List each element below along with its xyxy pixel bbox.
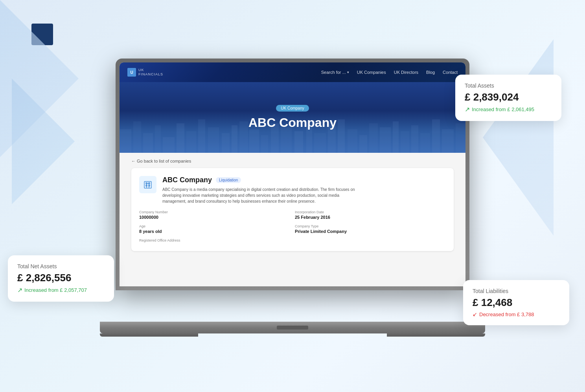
background-triangle-right: [483, 39, 554, 236]
logo-icon: U: [127, 68, 136, 77]
incorporation-date-item: Incorporation Date 25 February 2016: [295, 210, 446, 220]
company-type-label: Company Type: [295, 224, 446, 228]
total-liabilities-card: Total Liabilities £ 12,468 ↙ Decreased f…: [463, 280, 569, 325]
address-label: Registered Office Address: [139, 238, 290, 242]
svg-rect-3: [155, 125, 161, 153]
incorporation-date-label: Incorporation Date: [295, 210, 446, 214]
svg-rect-0: [120, 129, 131, 153]
navbar: U UK FINANCIALS Search for ... UK Compan…: [120, 62, 465, 82]
building-icon: [143, 180, 153, 189]
screen-content: U UK FINANCIALS Search for ... UK Compan…: [120, 62, 465, 286]
total-assets-title: Total Assets: [465, 82, 552, 89]
svg-rect-30: [442, 129, 454, 153]
svg-rect-9: [222, 133, 230, 153]
net-assets-value: £ 2,826,556: [17, 272, 105, 284]
logo-text: UK FINANCIALS: [138, 68, 163, 77]
nav-uk-companies[interactable]: UK Companies: [357, 70, 386, 75]
total-liabilities-title: Total Liabilities: [473, 288, 560, 294]
company-info: ABC Company Liquidation ABC Company is a…: [162, 176, 359, 204]
nav-blog[interactable]: Blog: [426, 70, 435, 75]
svg-rect-10: [232, 125, 237, 153]
company-number-label: Company Number: [139, 210, 290, 214]
company-icon: [139, 176, 156, 193]
svg-rect-29: [432, 119, 440, 153]
svg-rect-2: [143, 133, 153, 153]
svg-rect-22: [359, 135, 367, 153]
age-label: Age: [139, 224, 290, 228]
company-type-value: Private Limited Company: [295, 229, 446, 234]
hero-badge: UK Company: [276, 105, 309, 112]
company-header: ABC Company Liquidation ABC Company is a…: [139, 176, 446, 204]
incorporation-date-value: 25 February 2016: [295, 215, 446, 220]
company-number-value: 10000000: [139, 215, 290, 220]
svg-rect-21: [348, 129, 357, 153]
company-name: ABC Company: [162, 176, 212, 184]
company-details: Company Number 10000000 Incorporation Da…: [139, 210, 446, 243]
company-number-item: Company Number 10000000: [139, 210, 290, 220]
laptop-feet-left: [100, 333, 198, 337]
arrow-down-icon: ↙: [473, 311, 477, 317]
svg-rect-5: [177, 123, 184, 153]
svg-rect-28: [420, 133, 430, 153]
svg-rect-8: [208, 127, 219, 153]
company-status: Liquidation: [216, 177, 241, 183]
net-assets-change: ↗ Increased from £ 2,057,707: [17, 286, 105, 294]
svg-rect-25: [393, 121, 399, 153]
address-item: Registered Office Address: [139, 238, 290, 243]
nav-search[interactable]: Search for ...: [321, 70, 349, 75]
svg-rect-24: [380, 127, 391, 153]
svg-rect-27: [411, 125, 418, 153]
back-link[interactable]: ← Go back to list of companies: [131, 159, 454, 163]
company-card: ABC Company Liquidation ABC Company is a…: [131, 168, 454, 251]
net-assets-title: Total Net Assets: [17, 263, 105, 269]
total-assets-value: £ 2,839,024: [465, 91, 552, 103]
svg-rect-16: [294, 131, 303, 153]
nav-links: Search for ... UK Companies UK Directors…: [321, 70, 458, 75]
page-content: ← Go back to list of companies: [120, 153, 465, 286]
total-liabilities-value: £ 12,468: [473, 297, 560, 309]
svg-rect-15: [281, 127, 292, 153]
company-type-item: Company Type Private Limited Company: [295, 224, 446, 234]
arrow-up-icon: ↗: [465, 106, 470, 113]
age-value: 8 years old: [139, 229, 290, 234]
svg-rect-26: [401, 131, 409, 153]
svg-rect-31: [456, 123, 465, 153]
laptop-base: [100, 322, 485, 333]
net-assets-card: Total Net Assets £ 2,826,556 ↗ Increased…: [8, 255, 114, 302]
total-liabilities-change: ↙ Decreased from £ 3,788: [473, 311, 560, 317]
nav-logo: U UK FINANCIALS: [127, 68, 163, 77]
svg-rect-13: [261, 135, 268, 153]
svg-rect-12: [249, 129, 259, 153]
company-description: ABC Company is a media company specialis…: [162, 187, 359, 204]
svg-rect-6: [186, 131, 196, 153]
total-assets-change: ↗ Increased from £ 2,061,495: [465, 106, 552, 113]
laptop-body: U UK FINANCIALS Search for ... UK Compan…: [116, 59, 469, 290]
total-assets-card: Total Assets £ 2,839,024 ↗ Increased fro…: [455, 75, 561, 121]
hero-section: UK Company ABC Company: [120, 82, 465, 153]
svg-rect-11: [239, 121, 248, 153]
svg-rect-23: [369, 123, 378, 153]
company-name-row: ABC Company Liquidation: [162, 176, 359, 184]
hero-title: ABC Company: [248, 115, 337, 130]
arrow-up-icon-2: ↗: [17, 286, 22, 294]
svg-rect-20: [338, 119, 345, 153]
svg-rect-4: [163, 137, 175, 153]
svg-rect-32: [144, 181, 151, 188]
nav-uk-directors[interactable]: UK Directors: [394, 70, 418, 75]
laptop-container: U UK FINANCIALS Search for ... UK Compan…: [116, 59, 469, 333]
svg-rect-1: [133, 121, 141, 153]
laptop-feet-right: [387, 333, 485, 337]
svg-rect-18: [314, 133, 326, 153]
svg-rect-7: [198, 119, 205, 153]
nav-contact[interactable]: Contact: [443, 70, 458, 75]
age-item: Age 8 years old: [139, 224, 290, 234]
laptop-screen-bezel: U UK FINANCIALS Search for ... UK Compan…: [120, 62, 465, 286]
